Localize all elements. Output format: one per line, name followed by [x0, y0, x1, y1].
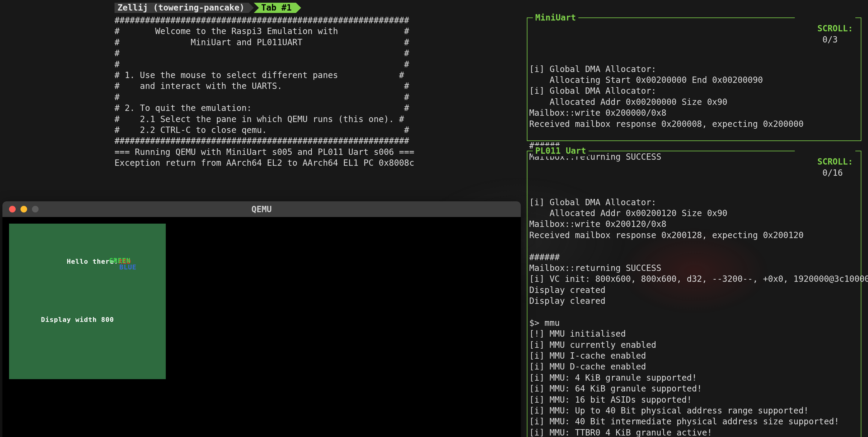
pl011-scroll: SCROLL: 0/16: [795, 146, 855, 190]
qemu-window[interactable]: QEMU Hello there!RED GREEN BLUE Display …: [2, 201, 521, 437]
display-width-text: Display width 800: [41, 316, 114, 323]
session-name: Zellij (towering-pancake): [115, 3, 249, 13]
tab-1[interactable]: Tab #1: [254, 3, 296, 13]
pl011-title: PL011 Uart: [533, 146, 589, 156]
scroll-label: SCROLL:: [817, 157, 853, 167]
miniuart-scroll: SCROLL: 0/3: [795, 12, 855, 56]
qemu-titlebar[interactable]: QEMU: [2, 201, 521, 217]
pl011-content: [i] Global DMA Allocator: Allocated Addr…: [529, 195, 859, 437]
scroll-label: SCROLL:: [817, 24, 853, 33]
miniuart-pane[interactable]: MiniUart SCROLL: 0/3 [i] Global DMA Allo…: [527, 18, 861, 141]
close-icon[interactable]: [9, 206, 16, 213]
pl011-scroll-value: 0/16: [823, 168, 843, 178]
miniuart-scroll-value: 0/3: [823, 35, 838, 44]
qemu-window-title: QEMU: [2, 204, 521, 214]
scroll-value: [817, 168, 823, 178]
main-terminal-pane[interactable]: ########################################…: [115, 15, 518, 168]
tab-bar: Zellij (towering-pancake) Tab #1: [115, 2, 296, 13]
maximize-icon[interactable]: [32, 206, 38, 213]
qemu-framebuffer[interactable]: Hello there!RED GREEN BLUE Display width…: [9, 224, 166, 379]
blue-text: BLUE: [119, 263, 136, 271]
window-controls: [9, 206, 38, 213]
minimize-icon[interactable]: [21, 206, 27, 213]
miniuart-title: MiniUart: [533, 12, 578, 23]
pl011-pane[interactable]: PL011 Uart SCROLL: 0/16 [i] Global DMA A…: [527, 151, 861, 437]
scroll-value: [817, 35, 823, 44]
